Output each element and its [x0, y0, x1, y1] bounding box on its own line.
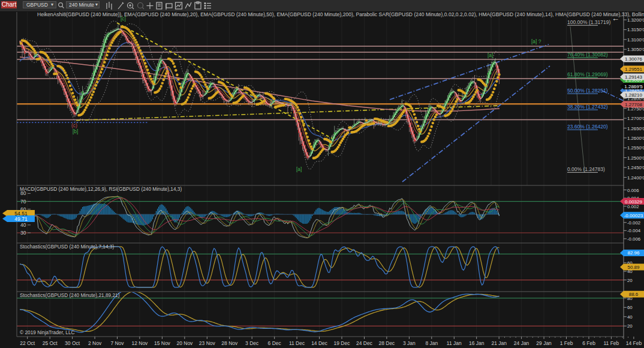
svg-text:1.2500’0: 1.2500’0 — [627, 155, 644, 161]
svg-text:(c): (c) — [71, 122, 77, 128]
svg-text:24 Dec: 24 Dec — [356, 340, 373, 346]
svg-text:1.29143: 1.29143 — [625, 74, 642, 80]
svg-text:30 Oct: 30 Oct — [65, 340, 80, 346]
svg-text:1.2650’0: 1.2650’0 — [627, 126, 644, 131]
svg-text:Stochastics(GBPUSD (240 Minute: Stochastics(GBPUSD (240 Minute),21,89,21… — [20, 292, 120, 298]
svg-text:20 Nov: 20 Nov — [176, 340, 193, 346]
svg-text:50.89: 50.89 — [627, 265, 640, 270]
svg-text:8 Jan: 8 Jan — [425, 340, 438, 346]
svg-text:MACD(GBPUSD (240 Minute),12,26: MACD(GBPUSD (240 Minute),12,26,9), RSI(G… — [20, 186, 182, 192]
svg-text:21 Jan: 21 Jan — [491, 340, 507, 346]
svg-text:61.80% (1.29069): 61.80% (1.29069) — [567, 71, 608, 77]
svg-text:[a] ?: [a] ? — [531, 38, 541, 44]
svg-text:0.00% (1.24783): 0.00% (1.24783) — [567, 166, 605, 172]
svg-text:1.2400’0: 1.2400’0 — [627, 175, 644, 181]
svg-text:15 Nov: 15 Nov — [154, 340, 171, 346]
svg-text:50.00% (1.28251): 50.00% (1.28251) — [567, 88, 608, 94]
svg-text:1.2869'5: 1.2869'5 — [624, 84, 643, 89]
svg-text:70: 70 — [20, 199, 26, 205]
svg-text:30: 30 — [20, 230, 26, 236]
svg-text:28 Nov: 28 Nov — [221, 340, 238, 346]
svg-text:20: 20 — [627, 278, 633, 283]
svg-text:3 Dec: 3 Dec — [245, 340, 259, 346]
svg-text:0.00329: 0.00329 — [625, 199, 642, 205]
svg-text:22 Oct: 22 Oct — [20, 340, 35, 346]
svg-text:19 Dec: 19 Dec — [334, 340, 351, 346]
svg-text:1 Feb: 1 Feb — [560, 340, 573, 346]
svg-text:100.00% (1.31719): 100.00% (1.31719) — [567, 19, 610, 25]
svg-text:1.2700’0: 1.2700’0 — [627, 116, 644, 121]
svg-text:3 Jan: 3 Jan — [403, 340, 416, 346]
svg-text:1.30076: 1.30076 — [625, 56, 642, 62]
svg-text:1.3150’0: 1.3150’0 — [627, 27, 644, 32]
svg-text:40: 40 — [627, 314, 633, 320]
svg-text:14 Dec: 14 Dec — [311, 340, 328, 346]
svg-text:2 Nov: 2 Nov — [88, 340, 102, 346]
svg-text:6 Dec: 6 Dec — [268, 340, 282, 346]
svg-text:© 2019 NinjaTrader, LLC: © 2019 NinjaTrader, LLC — [20, 329, 75, 335]
svg-text:6 Feb: 6 Feb — [582, 340, 595, 346]
svg-text:12 Nov: 12 Nov — [131, 340, 148, 346]
svg-text:88.6: 88.6 — [629, 292, 639, 297]
svg-text:[b]: [b] — [73, 128, 78, 134]
svg-text:1.3200’0: 1.3200’0 — [627, 17, 644, 23]
svg-text:[a]: [a] — [296, 166, 302, 172]
svg-text:7 Nov: 7 Nov — [110, 340, 124, 346]
svg-text:1.27708: 1.27708 — [625, 102, 642, 107]
svg-text:82.96: 82.96 — [627, 250, 640, 256]
svg-text:29 Jan: 29 Jan — [536, 340, 552, 346]
svg-text:1.2450’0: 1.2450’0 — [627, 165, 644, 170]
svg-text:40: 40 — [20, 222, 26, 228]
svg-text:1.2600’0: 1.2600’0 — [627, 136, 644, 141]
svg-text:20: 20 — [627, 323, 633, 329]
svg-text:14 Feb: 14 Feb — [626, 340, 642, 346]
svg-text:HeikenAshi8(GBPUSD (240 Minute: HeikenAshi8(GBPUSD (240 Minute)), EMA(GB… — [37, 11, 644, 17]
svg-text:1.29551: 1.29551 — [625, 67, 642, 72]
svg-text:[a]: [a] — [487, 52, 493, 58]
svg-text:0.006: 0.006 — [627, 188, 639, 193]
svg-text:25 Oct: 25 Oct — [43, 340, 58, 346]
svg-text:16 Jan: 16 Jan — [469, 340, 484, 346]
svg-text:49.71: 49.71 — [14, 216, 28, 222]
svg-text:23 Nov: 23 Nov — [199, 340, 216, 346]
svg-text:24 Jan: 24 Jan — [514, 340, 529, 346]
svg-text:76.40% (1.30082): 76.40% (1.30082) — [567, 52, 608, 58]
svg-text:1.28210: 1.28210 — [625, 92, 642, 98]
svg-text:1.3100’0: 1.3100’0 — [627, 37, 644, 43]
svg-text:Stochastics(GBPUSD (240 Minute: Stochastics(GBPUSD (240 Minute),7,14,3) — [20, 244, 114, 250]
svg-text:11 Feb: 11 Feb — [603, 340, 619, 346]
svg-text:-0.00023: -0.00023 — [624, 213, 643, 218]
svg-text:1.3050’0: 1.3050’0 — [627, 47, 644, 52]
svg-text:-0.004: -0.004 — [627, 228, 641, 233]
svg-text:-0.006: -0.006 — [627, 236, 640, 242]
svg-text:11 Jan: 11 Jan — [447, 340, 462, 346]
svg-text:-0.002: -0.002 — [627, 220, 640, 226]
svg-text:60: 60 — [627, 305, 633, 310]
svg-text:28 Dec: 28 Dec — [378, 340, 395, 346]
svg-text:11 Dec: 11 Dec — [289, 340, 305, 346]
svg-text:1.2550’0: 1.2550’0 — [627, 145, 644, 151]
svg-text:←: ← — [612, 14, 619, 23]
svg-text:23.60% (1.26420): 23.60% (1.26420) — [567, 124, 608, 130]
svg-text:38.20% (1.27432): 38.20% (1.27432) — [567, 104, 608, 110]
